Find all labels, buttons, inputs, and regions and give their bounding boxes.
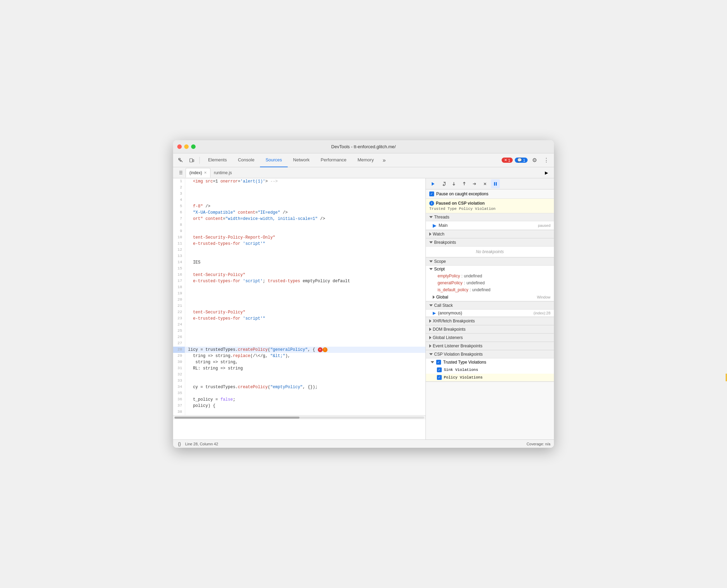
editor-scrollbar[interactable] — [173, 415, 425, 419]
xhr-breakpoints-section: XHR/fetch Breakpoints — [426, 317, 554, 326]
svg-rect-12 — [494, 182, 495, 186]
file-tab-index-label: (index) — [189, 170, 202, 175]
tab-network[interactable]: Network — [288, 153, 315, 167]
step-over-button[interactable] — [439, 179, 448, 188]
dom-breakpoints-header[interactable]: DOM Breakpoints — [426, 326, 554, 333]
trusted-type-toggle-icon — [431, 361, 434, 363]
run-snippet-button[interactable]: ▶ — [541, 168, 551, 178]
callstack-item-anonymous[interactable]: ▶ (anonymous) (index):28 — [426, 310, 554, 317]
policy-violations-row[interactable]: Policy Violations — [426, 374, 554, 381]
comment-count: 1 — [523, 158, 525, 162]
device-toolbar-button[interactable] — [187, 155, 197, 165]
threads-header[interactable]: Threads — [426, 213, 554, 221]
table-row: 25 — [173, 328, 425, 334]
trusted-type-violations-checkbox[interactable] — [436, 360, 441, 365]
scope-toggle-icon — [429, 260, 433, 262]
table-row: 23 e-trusted-types-for 'script'" — [173, 315, 425, 322]
table-row: 16 tent-Security-Policy" — [173, 272, 425, 278]
csp-violation-breakpoints-section: CSP Violation Breakpoints → Trusted Type… — [426, 350, 554, 382]
table-row: 35 — [173, 390, 425, 397]
toggle-navigator-button[interactable]: ☰ — [176, 168, 186, 178]
trusted-type-violations-label: Trusted Type Violations — [443, 360, 486, 365]
scrollbar-thumb[interactable] — [174, 417, 299, 419]
file-tab-runtime-label: runtime.js — [214, 170, 232, 175]
call-stack-content: ▶ (anonymous) (index):28 — [426, 310, 554, 317]
warn-icon: ! — [323, 347, 327, 352]
pause-on-exceptions-toggle[interactable] — [491, 179, 500, 188]
table-row: 11 e-trusted-types-for 'script'" — [173, 241, 425, 247]
scope-key-1: emptyPolicy — [438, 274, 460, 278]
table-row: 9 — [173, 228, 425, 234]
table-row: 38 — [173, 409, 425, 415]
file-tab-runtime[interactable]: runtime.js — [210, 168, 235, 178]
table-row: 30 string => string, — [173, 359, 425, 365]
minimize-button[interactable] — [184, 144, 189, 149]
dom-toggle-icon — [429, 328, 431, 331]
trusted-type-violations-row[interactable]: → Trusted Type Violations — [426, 358, 554, 366]
call-stack-header[interactable]: Call Stack — [426, 302, 554, 310]
breakpoints-content: No breakpoints — [426, 247, 554, 257]
pause-exceptions-checkbox[interactable] — [429, 191, 434, 196]
step-out-button[interactable] — [460, 179, 469, 188]
sink-violations-checkbox[interactable] — [437, 367, 442, 372]
comment-badge[interactable]: 💬 1 — [515, 158, 528, 163]
global-listeners-header[interactable]: Global Listeners — [426, 334, 554, 342]
error-count: 1 — [508, 158, 510, 162]
table-row: 6 "X-UA-Compatible" content="IE=edge" /> — [173, 210, 425, 216]
settings-button[interactable]: ⚙ — [530, 155, 539, 165]
csp-banner-title-text: Paused on CSP violation — [436, 201, 485, 206]
policy-violations-checkbox[interactable] — [437, 375, 442, 380]
tab-console[interactable]: Console — [232, 153, 260, 167]
step-button[interactable] — [470, 179, 479, 188]
scope-global-row[interactable]: Global Window — [426, 293, 554, 301]
file-tab-index[interactable]: (index) ✕ — [186, 168, 210, 178]
format-button[interactable]: {} — [177, 441, 182, 446]
deactivate-breakpoints-button[interactable] — [481, 179, 490, 188]
scrollbar-track[interactable] — [174, 417, 424, 419]
step-into-button[interactable] — [449, 179, 458, 188]
csp-violation-breakpoints-header[interactable]: CSP Violation Breakpoints — [426, 350, 554, 358]
devtools-window: DevTools - tt-enforced.glitch.me/ Elemen… — [173, 140, 554, 448]
watch-toggle-icon — [429, 232, 431, 236]
more-options-button[interactable]: ⋮ — [541, 155, 551, 165]
breakpoints-header[interactable]: Breakpoints — [426, 239, 554, 247]
scope-val-3: undefined — [472, 287, 491, 292]
inspect-element-button[interactable] — [176, 155, 186, 165]
sink-violations-row[interactable]: Sink Violations — [426, 366, 554, 374]
content-area: 1 <img src=1 onerror='alert(1)'> --> 2 3… — [173, 178, 554, 439]
table-row: 19 — [173, 291, 425, 297]
close-button[interactable] — [177, 144, 182, 149]
coverage-status: Coverage: n/a — [527, 442, 550, 446]
no-breakpoints-msg: No breakpoints — [426, 247, 554, 257]
scope-item-is-default-policy[interactable]: is_default_policy : undefined — [426, 286, 554, 293]
xhr-toggle-icon — [429, 319, 431, 323]
xhr-breakpoints-header[interactable]: XHR/fetch Breakpoints — [426, 317, 554, 325]
scope-script-header[interactable]: Script — [426, 266, 554, 273]
thread-arrow-icon: ▶ — [433, 223, 437, 228]
tab-sources[interactable]: Sources — [260, 153, 288, 167]
more-tabs-button[interactable]: » — [379, 155, 389, 165]
tab-performance[interactable]: Performance — [315, 153, 352, 167]
event-listener-breakpoints-label: Event Listener Breakpoints — [433, 344, 482, 348]
tab-elements[interactable]: Elements — [203, 153, 232, 167]
code-editor[interactable]: 1 <img src=1 onerror='alert(1)'> --> 2 3… — [173, 178, 426, 439]
error-badge[interactable]: ✕ 1 — [502, 158, 513, 163]
maximize-button[interactable] — [191, 144, 196, 149]
comment-icon: 💬 — [517, 158, 522, 162]
thread-main[interactable]: ▶ Main paused — [426, 221, 554, 230]
file-tab-index-close[interactable]: ✕ — [204, 171, 207, 175]
watch-header[interactable]: Watch — [426, 230, 554, 238]
scope-content: Script emptyPolicy : undefined generalPo… — [426, 266, 554, 301]
scope-item-generalPolicy[interactable]: generalPolicy : undefined — [426, 279, 554, 286]
error-icon: ✕ — [504, 158, 507, 162]
watch-label: Watch — [433, 232, 445, 237]
resume-button[interactable] — [429, 179, 438, 188]
table-row: 36 t_policy = false; — [173, 397, 425, 403]
tab-memory[interactable]: Memory — [352, 153, 379, 167]
sink-violations-label: Sink Violations — [444, 368, 478, 372]
scope-header[interactable]: Scope — [426, 258, 554, 266]
event-listener-breakpoints-header[interactable]: Event Listener Breakpoints — [426, 342, 554, 350]
scope-item-emptyPolicy[interactable]: emptyPolicy : undefined — [426, 273, 554, 279]
table-row: 26 — [173, 334, 425, 340]
svg-rect-2 — [193, 160, 194, 162]
